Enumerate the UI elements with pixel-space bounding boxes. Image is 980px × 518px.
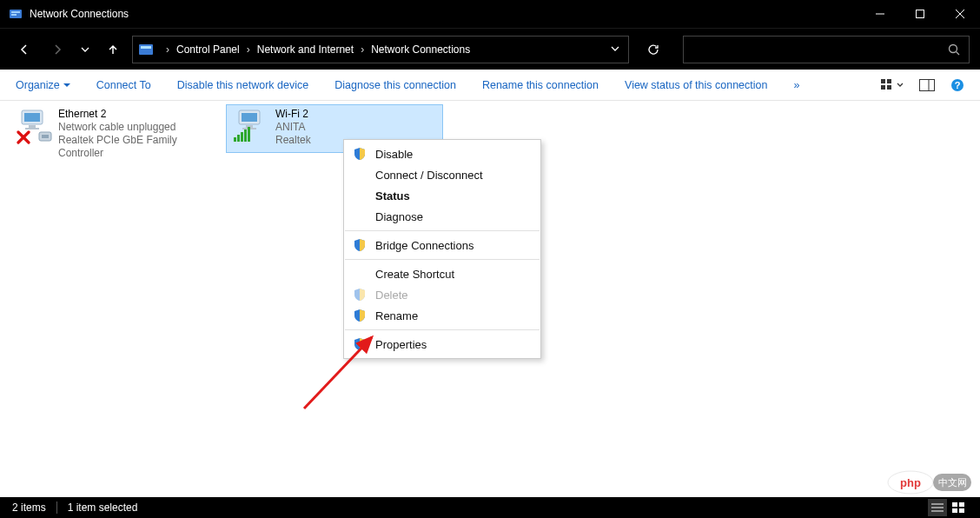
window-title: Network Connections (30, 8, 860, 20)
svg-rect-15 (920, 79, 935, 90)
overflow-button[interactable]: » (793, 79, 799, 91)
svg-text:?: ? (955, 80, 961, 90)
svg-rect-33 (241, 132, 243, 142)
connection-device: Realtek (275, 134, 311, 147)
shield-icon (353, 238, 367, 252)
svg-rect-31 (234, 137, 236, 142)
app-icon (9, 7, 23, 21)
menu-item-bridge[interactable]: Bridge Connections (344, 235, 540, 256)
menu-item-properties[interactable]: Properties (344, 334, 540, 355)
chevron-right-icon[interactable]: › (247, 43, 250, 56)
menu-separator (345, 259, 540, 260)
shield-icon (353, 337, 367, 351)
address-bar[interactable]: › Control Panel › Network and Internet ›… (132, 36, 629, 63)
svg-rect-24 (42, 135, 49, 138)
command-bar: Organize Connect To Disable this network… (0, 70, 980, 101)
tiles-view-button[interactable] (949, 499, 968, 516)
menu-item-diagnose[interactable]: Diagnose (344, 206, 540, 227)
svg-rect-44 (952, 502, 957, 507)
chevron-down-icon[interactable] (611, 43, 619, 56)
ethernet-icon (13, 108, 55, 144)
connection-device: Realtek PCIe GbE Family Controller (58, 134, 222, 160)
svg-rect-11 (881, 79, 885, 83)
connection-status: Network cable unplugged (58, 121, 222, 134)
svg-rect-46 (952, 508, 957, 513)
rename-button[interactable]: Rename this connection (482, 79, 599, 91)
menu-item-rename[interactable]: Rename (344, 305, 540, 326)
status-selected-count: 1 item selected (68, 501, 138, 514)
back-button[interactable] (10, 36, 38, 63)
search-icon (948, 43, 960, 56)
chevron-right-icon[interactable]: › (166, 43, 169, 56)
connect-to-button[interactable]: Connect To (96, 79, 151, 91)
organize-menu[interactable]: Organize (16, 79, 70, 91)
breadcrumb-item[interactable]: Control Panel (175, 37, 242, 63)
svg-rect-45 (959, 502, 964, 507)
view-options-button[interactable] (881, 79, 904, 91)
refresh-button[interactable] (638, 36, 669, 63)
menu-item-status[interactable]: Status (344, 185, 540, 206)
svg-rect-47 (959, 508, 964, 513)
shield-icon (353, 288, 367, 302)
shield-icon (353, 147, 367, 161)
svg-line-10 (957, 51, 960, 55)
svg-rect-20 (24, 113, 40, 122)
menu-separator (345, 329, 540, 330)
connection-status: ANITA (275, 121, 311, 134)
minimize-button[interactable] (860, 0, 900, 28)
context-menu: Disable Connect / Disconnect Status Diag… (343, 139, 541, 359)
details-view-button[interactable] (928, 499, 947, 516)
preview-pane-button[interactable] (919, 79, 935, 91)
breadcrumb-item[interactable]: Network Connections (369, 37, 472, 63)
menu-item-create-shortcut[interactable]: Create Shortcut (344, 263, 540, 284)
breadcrumb-item[interactable]: Network and Internet (255, 37, 355, 63)
status-bar: 2 items 1 item selected (0, 497, 980, 518)
menu-item-connect-disconnect[interactable]: Connect / Disconnect (344, 164, 540, 185)
close-button[interactable] (940, 0, 980, 28)
connection-name: Wi-Fi 2 (275, 108, 311, 121)
svg-text:中文网: 中文网 (938, 477, 967, 488)
up-button[interactable] (99, 36, 127, 63)
help-button[interactable]: ? (950, 78, 964, 92)
forward-button[interactable] (43, 36, 71, 63)
svg-rect-32 (237, 135, 240, 142)
svg-rect-22 (25, 128, 39, 130)
view-status-button[interactable]: View status of this connection (625, 79, 767, 91)
svg-text:php: php (900, 476, 921, 489)
recent-locations-button[interactable] (76, 36, 94, 63)
svg-rect-34 (244, 130, 247, 142)
svg-rect-7 (139, 44, 153, 55)
svg-rect-21 (29, 125, 36, 128)
svg-rect-4 (917, 10, 924, 18)
diagnose-button[interactable]: Diagnose this connection (334, 79, 456, 91)
svg-rect-14 (887, 85, 891, 90)
svg-rect-35 (248, 127, 250, 142)
disable-device-button[interactable]: Disable this network device (177, 79, 308, 91)
svg-rect-2 (11, 14, 17, 16)
connection-item-ethernet[interactable]: Ethernet 2 Network cable unplugged Realt… (9, 104, 226, 166)
search-input[interactable] (683, 36, 970, 63)
connection-name: Ethernet 2 (58, 108, 222, 121)
status-separator (56, 501, 57, 514)
location-icon (138, 42, 154, 57)
chevron-right-icon[interactable]: › (361, 43, 364, 56)
svg-rect-13 (881, 85, 885, 90)
menu-separator (345, 230, 540, 231)
watermark: php 中文网 (886, 469, 973, 499)
svg-rect-1 (11, 11, 20, 13)
menu-item-disable[interactable]: Disable (344, 143, 540, 164)
svg-point-9 (950, 44, 957, 52)
maximize-button[interactable] (900, 0, 940, 28)
wifi-icon (230, 108, 272, 144)
shield-icon (353, 309, 367, 322)
svg-rect-28 (242, 113, 257, 122)
menu-item-delete: Delete (344, 284, 540, 305)
nav-bar: › Control Panel › Network and Internet ›… (0, 28, 980, 70)
svg-rect-8 (141, 46, 151, 49)
title-bar: Network Connections (0, 0, 980, 28)
svg-rect-12 (887, 79, 891, 83)
status-items-count: 2 items (12, 501, 46, 514)
